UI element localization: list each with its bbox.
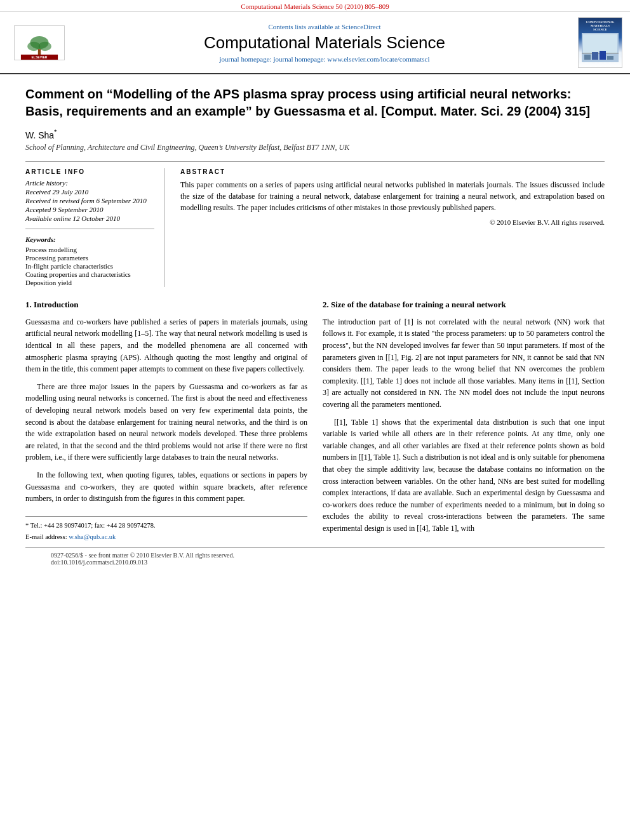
svg-rect-8 — [583, 34, 617, 53]
homepage-label: journal homepage: — [219, 55, 273, 63]
article-info-column: ARTICLE INFO Article history: Received 2… — [25, 168, 165, 287]
footnote-tel: * Tel.: +44 28 90974017; fax: +44 28 909… — [25, 521, 307, 531]
received-date: Received 29 July 2010 — [25, 188, 154, 196]
svg-rect-13 — [607, 56, 613, 60]
keyword-2: Processing parameters — [25, 254, 154, 262]
doi-text: doi:10.1016/j.commatsci.2010.09.013 — [51, 559, 147, 566]
section1-heading: 1. Introduction — [25, 298, 307, 311]
article-content: Comment on “Modelling of the APS plasma … — [0, 74, 630, 585]
journal-title: Computational Materials Science — [204, 33, 445, 53]
history-keywords-divider — [25, 229, 154, 229]
bottom-copyright-bar: 0927-0256/$ - see front matter © 2010 El… — [25, 547, 605, 570]
section2-heading: 2. Size of the database for training a n… — [323, 298, 605, 311]
journal-homepage: journal homepage: journal homepage: www.… — [219, 55, 429, 63]
abstract-heading: ABSTRACT — [180, 168, 605, 175]
accepted-date: Accepted 9 September 2010 — [25, 206, 154, 213]
svg-rect-12 — [600, 51, 606, 60]
footnote-email: E-mail address: w.sha@qub.ac.uk — [25, 532, 307, 542]
section1-para1: Guessasma and co-workers have published … — [25, 316, 307, 375]
article-history: Article history: Received 29 July 2010 R… — [25, 179, 154, 222]
footnote-area: * Tel.: +44 28 90974017; fax: +44 28 909… — [25, 516, 307, 543]
author-sup: * — [54, 129, 57, 136]
keyword-3: In-flight particle characteristics — [25, 262, 154, 270]
section-divider-1 — [25, 161, 605, 162]
journal-ref-text: Computational Materials Science 50 (2010… — [241, 3, 389, 10]
section1-para3: In the following text, when quoting figu… — [25, 469, 307, 505]
section1-para2: There are three major issues in the pape… — [25, 381, 307, 463]
body-section: 1. Introduction Guessasma and co-workers… — [25, 298, 605, 544]
body-left-column: 1. Introduction Guessasma and co-workers… — [25, 298, 307, 544]
cover-illustration — [582, 33, 619, 62]
journal-cover-image: COMPUTATIONALMATERIALSSCIENCE — [578, 17, 622, 68]
section2-para1: The introduction part of [1] is not corr… — [323, 316, 605, 411]
history-label: Article history: — [25, 179, 154, 187]
email-label: E-mail address: — [25, 533, 67, 540]
svg-rect-4 — [38, 49, 41, 55]
revised-date: Received in revised form 6 September 201… — [25, 197, 154, 204]
sciencedirect-link[interactable]: ScienceDirect — [342, 23, 381, 30]
contents-available-text: Contents lists available at — [268, 23, 341, 30]
keyword-5: Deposition yield — [25, 279, 154, 286]
author-text: W. Sha — [25, 130, 54, 140]
journal-header-center: Contents lists available at ScienceDirec… — [77, 17, 572, 68]
issn-text: 0927-0256/$ - see front matter © 2010 El… — [51, 552, 234, 559]
section2-para2: [[1], Table 1] shows that the experiment… — [323, 417, 605, 535]
cover-title: COMPUTATIONALMATERIALSSCIENCE — [586, 20, 615, 32]
keyword-1: Process modelling — [25, 246, 154, 253]
homepage-url[interactable]: journal homepage: www.elsevier.com/locat… — [273, 55, 429, 63]
svg-rect-11 — [592, 52, 598, 60]
article-info-heading: ARTICLE INFO — [25, 168, 154, 175]
abstract-column: ABSTRACT This paper comments on a series… — [180, 168, 605, 287]
body-right-column: 2. Size of the database for training a n… — [323, 298, 605, 544]
journal-reference-bar: Computational Materials Science 50 (2010… — [0, 0, 630, 12]
article-title: Comment on “Modelling of the APS plasma … — [25, 86, 605, 120]
article-info-abstract-section: ARTICLE INFO Article history: Received 2… — [25, 168, 605, 287]
email-link[interactable]: w.sha@qub.ac.uk — [69, 533, 116, 540]
available-date: Available online 12 October 2010 — [25, 215, 154, 222]
elsevier-logo-image: ELSEVIER — [14, 25, 65, 60]
keywords-label: Keywords: — [25, 236, 154, 243]
keywords-list: Process modelling Processing parameters … — [25, 246, 154, 286]
abstract-copyright: © 2010 Elsevier B.V. All rights reserved… — [180, 218, 605, 226]
sciencedirect-line: Contents lists available at ScienceDirec… — [268, 23, 380, 30]
elsevier-logo: ELSEVIER — [8, 17, 71, 68]
author-name: W. Sha* — [25, 129, 605, 140]
svg-rect-10 — [584, 55, 591, 60]
affiliation: School of Planning, Architecture and Civ… — [25, 143, 605, 152]
abstract-text: This paper comments on a series of paper… — [180, 179, 605, 213]
svg-text:ELSEVIER: ELSEVIER — [31, 55, 47, 58]
keyword-4: Coating properties and characteristics — [25, 270, 154, 278]
journal-header: ELSEVIER Contents lists available at Sci… — [0, 12, 630, 74]
